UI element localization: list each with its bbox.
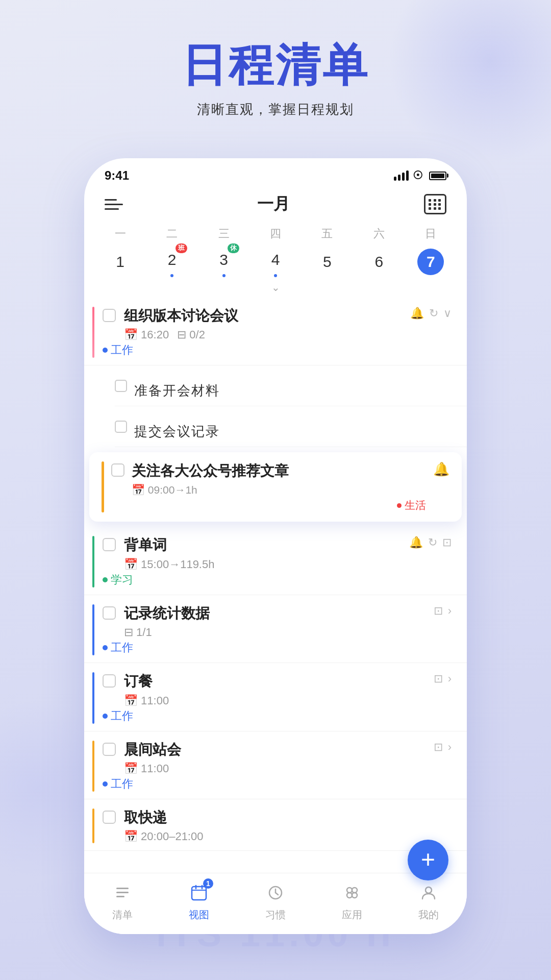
date-dot-4: [274, 274, 277, 277]
task-item-5[interactable]: 订餐 📅 11:00 ⊡ › 工作: [84, 663, 467, 731]
svg-rect-0: [116, 888, 129, 889]
calendar-nav-icon: 1: [187, 880, 211, 905]
task-actions-6: ⊡ ›: [434, 741, 452, 754]
sub-checkbox-1-2[interactable]: [115, 421, 127, 433]
task-bar-7: [92, 808, 94, 843]
task-title-3: 背单词: [124, 536, 401, 554]
task-checkbox-4[interactable]: [103, 606, 116, 620]
nav-apps[interactable]: 应用: [340, 880, 364, 922]
task-checkbox-6[interactable]: [103, 743, 116, 756]
nav-list-label: 清单: [112, 908, 133, 922]
task-checkbox-1[interactable]: [103, 309, 116, 322]
clock-nav-icon: [263, 880, 288, 905]
floating-bar: [102, 461, 104, 512]
menu-button[interactable]: [105, 199, 123, 210]
nav-view[interactable]: 1 视图: [187, 880, 211, 922]
task-time-5: 📅 11:00: [124, 694, 169, 707]
date-5[interactable]: 5: [302, 247, 353, 277]
weekday-tue: 二: [146, 223, 197, 244]
svg-rect-1: [116, 892, 129, 893]
floating-title: 关注各大公众号推荐文章: [132, 461, 426, 481]
date-row: 1 2 班 3 休 4 5 6 7: [84, 244, 467, 279]
nav-habit-label: 习惯: [265, 908, 286, 922]
task-time-1: 📅 16:20: [124, 328, 169, 341]
svg-point-14: [425, 887, 432, 893]
task-bar-6: [92, 741, 94, 792]
sub-title-1-2: 提交会议记录: [134, 423, 220, 440]
task-bar-4: [92, 604, 94, 655]
nav-habit[interactable]: 习惯: [263, 880, 288, 922]
battery-icon: [429, 172, 446, 180]
task-bar-3: [92, 536, 94, 587]
arrow-icon-5[interactable]: ›: [448, 672, 452, 685]
sub-checkbox-1-1[interactable]: [115, 380, 127, 392]
weekday-sun: 日: [405, 223, 457, 244]
task-checkbox-7[interactable]: [103, 811, 116, 824]
floating-tag: 生活: [132, 498, 426, 512]
task-tag-4: 工作: [103, 640, 446, 655]
status-time: 9:41: [105, 168, 129, 183]
task-time-7: 📅 20:00–21:00: [124, 830, 203, 843]
date-2[interactable]: 2 班: [146, 244, 197, 279]
task-tag-3: 学习: [103, 572, 446, 587]
add-task-fab[interactable]: +: [408, 840, 448, 880]
date-3[interactable]: 3 休: [198, 244, 249, 279]
nav-list[interactable]: 清单: [110, 880, 135, 922]
wifi-icon: ☉: [413, 169, 423, 182]
task-time-3: 📅 15:00→119.5h: [124, 558, 214, 571]
grid-icon-6: ⊡: [434, 741, 443, 754]
arrow-icon-6[interactable]: ›: [448, 741, 452, 754]
date-6[interactable]: 6: [353, 247, 405, 277]
date-7[interactable]: 7: [405, 247, 457, 277]
calendar-view-button[interactable]: [424, 194, 446, 214]
task-item-7[interactable]: 取快递 📅 20:00–21:00: [84, 799, 467, 851]
task-meta-3: 📅 15:00→119.5h: [124, 558, 401, 571]
svg-point-12: [347, 893, 352, 898]
weekday-fri: 五: [302, 223, 353, 244]
status-icons: ☉: [394, 169, 446, 182]
expand-icon-1[interactable]: ∨: [443, 307, 452, 320]
task-bar-1: [92, 307, 94, 358]
badge-xiu: 休: [228, 243, 239, 253]
badge-ban: 班: [176, 243, 187, 253]
signal-icon: [394, 170, 409, 181]
task-meta-1: 📅 16:20 ⊟ 0/2: [124, 328, 402, 341]
task-meta-6: 📅 11:00: [124, 762, 425, 775]
floating-bell-icon: 🔔: [433, 461, 449, 477]
floating-checkbox[interactable]: [111, 463, 124, 477]
svg-point-10: [347, 888, 352, 893]
task-item-1[interactable]: 组织版本讨论会议 📅 16:20 ⊟ 0/2 🔔 ↻ ∨: [84, 298, 467, 365]
date-4[interactable]: 4: [249, 244, 301, 279]
grid-icon-4: ⊡: [434, 604, 443, 618]
task-item-4[interactable]: 记录统计数据 ⊟ 1/1 ⊡ › 工作: [84, 595, 467, 663]
task-item-6[interactable]: 晨间站会 📅 11:00 ⊡ › 工作: [84, 731, 467, 799]
floating-tag-dot: [397, 503, 402, 508]
arrow-icon-4[interactable]: ›: [448, 604, 452, 618]
grid-icon-3: ⊡: [442, 536, 452, 549]
task-title-4: 记录统计数据: [124, 604, 425, 623]
alarm-icon-1: 🔔: [410, 307, 424, 320]
task-title-1: 组织版本讨论会议: [124, 307, 402, 325]
date-dot-2: [170, 274, 173, 277]
nav-view-label: 视图: [189, 908, 209, 922]
task-subtask-1: ⊟ 0/2: [177, 328, 205, 341]
repeat-icon-3: ↻: [428, 536, 437, 549]
sub-task-1-2[interactable]: 提交会议记录: [115, 406, 467, 447]
sub-task-1-1[interactable]: 准备开会材料: [115, 365, 467, 406]
task-meta-7: 📅 20:00–21:00: [124, 830, 452, 843]
task-actions-5: ⊡ ›: [434, 672, 452, 685]
task-tag-1: 工作: [103, 342, 446, 358]
nav-mine[interactable]: 我的: [416, 880, 441, 922]
expand-calendar-arrow[interactable]: ⌄: [84, 279, 467, 298]
task-title-7: 取快递: [124, 808, 452, 827]
phone-mockup: 9:41 ☉ 一月: [84, 158, 467, 934]
task-checkbox-3[interactable]: [103, 538, 116, 551]
task-tag-5: 工作: [103, 708, 446, 724]
date-1[interactable]: 1: [94, 247, 146, 277]
task-checkbox-5[interactable]: [103, 674, 116, 688]
status-bar: 9:41 ☉: [84, 158, 467, 188]
month-label: 一月: [257, 193, 290, 215]
floating-task-card[interactable]: 关注各大公众号推荐文章 📅 09:00→1h 生活 🔔: [89, 452, 462, 522]
task-item-3[interactable]: 背单词 📅 15:00→119.5h 🔔 ↻ ⊡: [84, 527, 467, 595]
task-title-6: 晨间站会: [124, 741, 425, 759]
